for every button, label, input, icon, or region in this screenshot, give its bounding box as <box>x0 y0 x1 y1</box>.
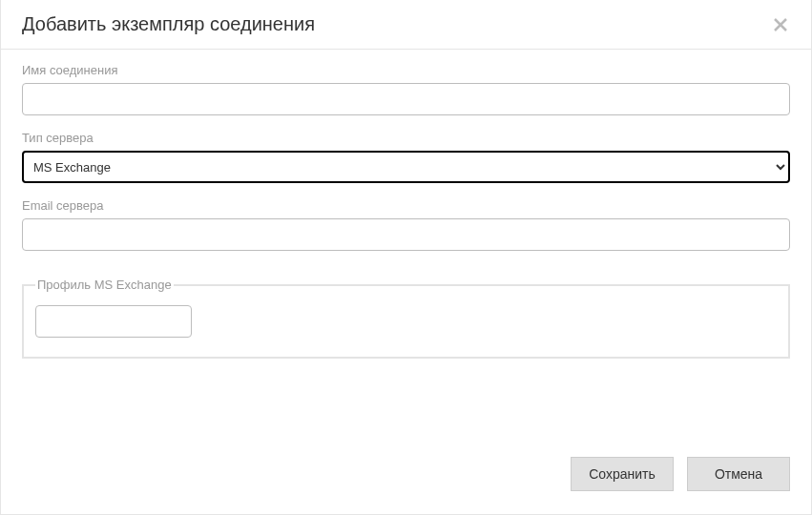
dialog-header: Добавить экземпляр соединения <box>1 0 811 50</box>
exchange-profile-legend: Профиль MS Exchange <box>35 278 174 292</box>
server-email-group: Email сервера <box>22 198 790 251</box>
save-button[interactable]: Сохранить <box>571 457 674 491</box>
close-icon <box>773 17 788 32</box>
connection-name-group: Имя соединения <box>22 63 790 115</box>
server-type-label: Тип сервера <box>22 131 790 145</box>
dialog-title: Добавить экземпляр соединения <box>22 13 315 35</box>
connection-name-label: Имя соединения <box>22 63 790 77</box>
cancel-button[interactable]: Отмена <box>687 457 790 491</box>
exchange-profile-fieldset: Профиль MS Exchange <box>22 278 790 359</box>
server-type-group: Тип сервера MS Exchange <box>22 131 790 183</box>
add-connection-dialog: Добавить экземпляр соединения Имя соедин… <box>0 0 812 515</box>
close-button[interactable] <box>771 15 790 34</box>
connection-name-input[interactable] <box>22 83 790 115</box>
server-type-select[interactable]: MS Exchange <box>22 151 790 183</box>
server-email-input[interactable] <box>22 218 790 251</box>
exchange-profile-input[interactable] <box>35 305 192 338</box>
dialog-footer: Сохранить Отмена <box>1 442 811 514</box>
server-email-label: Email сервера <box>22 198 790 213</box>
dialog-body: Имя соединения Тип сервера MS Exchange E… <box>1 50 811 442</box>
